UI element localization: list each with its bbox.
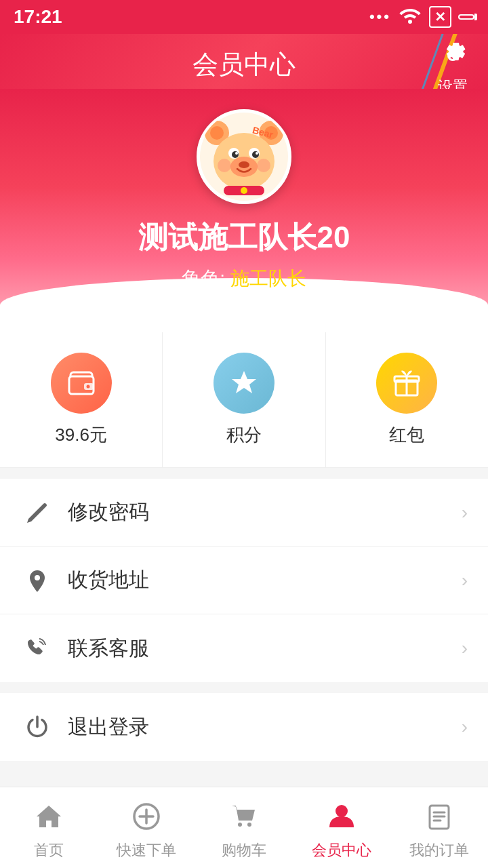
role-prefix: 角色:	[182, 268, 225, 289]
svg-point-17	[241, 187, 247, 194]
svg-point-14	[218, 159, 231, 172]
header: 会员中心 设置	[0, 34, 488, 89]
home-icon	[34, 802, 64, 836]
menu-item-change-password[interactable]: 修改密码 ›	[0, 479, 488, 547]
stat-wallet[interactable]: 39.6元	[0, 332, 163, 467]
nav-item-home[interactable]: 首页	[0, 787, 98, 868]
avatar: Bear	[197, 109, 291, 204]
svg-point-11	[256, 152, 258, 155]
svg-marker-22	[232, 371, 256, 393]
arrow-icon: ›	[462, 570, 468, 591]
nav-item-member[interactable]: 会员中心	[293, 787, 390, 868]
edit-icon	[20, 500, 54, 526]
arrow-icon: ›	[462, 716, 468, 738]
svg-point-31	[336, 805, 348, 817]
home-label: 首页	[34, 840, 64, 861]
nav-item-quick-order[interactable]: 快速下单	[98, 787, 195, 868]
x-icon: ✕	[429, 6, 451, 28]
bottom-navigation: 首页 快速下单 购物车 会员中心	[0, 787, 488, 868]
svg-point-21	[86, 385, 89, 389]
settings-button[interactable]: 设置	[438, 41, 468, 89]
gift-icon	[376, 353, 437, 414]
stat-redpack[interactable]: 红包	[326, 332, 488, 467]
role-value: 施工队长	[230, 268, 306, 289]
header-top: 会员中心 设置	[14, 47, 474, 82]
svg-point-3	[210, 126, 224, 140]
nav-item-cart[interactable]: 购物车	[195, 787, 293, 868]
customer-service-label: 联系客服	[68, 635, 462, 663]
svg-point-29	[238, 823, 242, 827]
menu-item-customer-service[interactable]: 联系客服 ›	[0, 614, 488, 682]
avatar-image: Bear	[200, 113, 288, 201]
nav-item-orders[interactable]: 我的订单	[390, 787, 488, 868]
menu-item-logout[interactable]: 退出登录 ›	[0, 693, 488, 761]
battery-icon	[458, 14, 474, 20]
status-time: 17:21	[14, 6, 62, 28]
wifi-icon	[398, 6, 422, 28]
menu-item-shipping-address[interactable]: 收货地址 ›	[0, 547, 488, 614]
signal-icon: •••	[369, 8, 391, 26]
svg-point-13	[239, 161, 249, 168]
status-bar: 17:21 ••• ✕	[0, 0, 488, 34]
cart-icon	[229, 802, 259, 836]
star-icon	[214, 353, 274, 414]
profile-area: Bear 测试施工队长20 角色: 施工队长	[0, 89, 488, 332]
change-password-label: 修改密码	[68, 498, 462, 526]
phone-icon	[20, 635, 54, 661]
orders-label: 我的订单	[409, 840, 469, 861]
redpack-label: 红包	[389, 423, 424, 447]
page-title: 会员中心	[192, 47, 296, 82]
svg-point-8	[232, 151, 239, 158]
gear-icon	[438, 41, 468, 75]
quick-order-icon	[131, 802, 161, 836]
arrow-icon: ›	[462, 637, 468, 659]
arrow-icon: ›	[462, 502, 468, 524]
menu-section: 修改密码 › 收货地址 › 联系客服 ›	[0, 479, 488, 682]
wallet-value: 39.6元	[55, 423, 107, 447]
location-icon	[20, 568, 54, 593]
svg-point-15	[257, 159, 270, 172]
svg-point-9	[252, 151, 259, 158]
role-line: 角色: 施工队长	[182, 266, 306, 292]
stats-row: 39.6元 积分 红包	[0, 332, 488, 468]
power-icon	[20, 714, 54, 740]
svg-point-10	[235, 152, 238, 155]
svg-point-30	[247, 823, 251, 827]
logout-label: 退出登录	[68, 713, 462, 741]
logout-section: 退出登录 ›	[0, 693, 488, 761]
cart-label: 购物车	[222, 840, 266, 861]
stat-points[interactable]: 积分	[163, 332, 325, 467]
member-label: 会员中心	[312, 840, 371, 861]
orders-icon	[424, 802, 454, 836]
shipping-address-label: 收货地址	[68, 566, 462, 594]
member-icon	[327, 802, 357, 836]
username: 测试施工队长20	[138, 218, 350, 258]
status-icons: ••• ✕	[369, 6, 474, 28]
settings-label: 设置	[438, 77, 468, 89]
wallet-icon	[51, 353, 112, 414]
points-label: 积分	[226, 423, 262, 447]
quick-order-label: 快速下单	[117, 840, 176, 861]
